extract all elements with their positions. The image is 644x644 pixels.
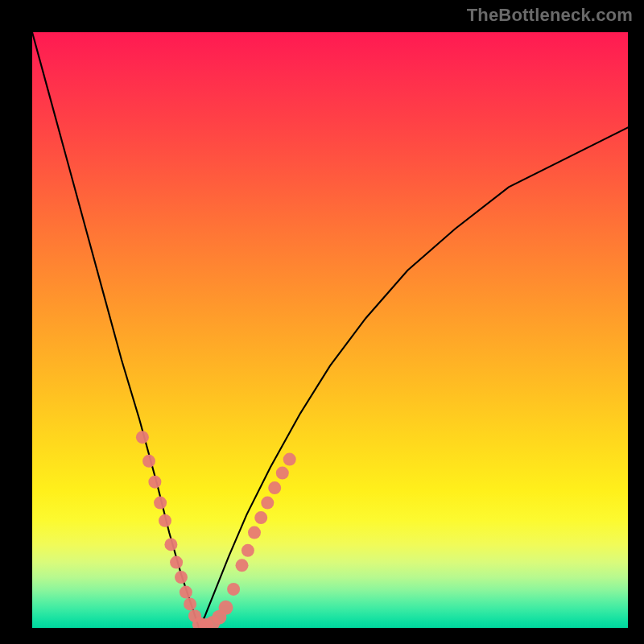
data-marker (180, 586, 192, 599)
data-marker (248, 526, 261, 539)
data-marker (227, 583, 240, 596)
data-marker (142, 455, 155, 468)
bottleneck-curve (32, 32, 628, 628)
data-marker (154, 497, 167, 510)
data-marker (261, 497, 274, 510)
data-marker (170, 556, 183, 569)
data-marker (254, 511, 267, 524)
data-marker (268, 481, 281, 494)
chart-frame: TheBottleneck.com (0, 0, 644, 644)
data-marker (219, 601, 233, 615)
data-marker (242, 544, 254, 557)
data-marker (276, 467, 289, 480)
data-marker (283, 453, 296, 466)
data-marker (236, 559, 249, 572)
data-marker (148, 476, 161, 489)
data-marker (184, 597, 196, 610)
plot-area (32, 32, 628, 628)
data-marker (164, 538, 177, 551)
data-marker (159, 514, 171, 527)
data-marker (136, 431, 149, 444)
watermark-text: TheBottleneck.com (467, 5, 633, 26)
data-marker (175, 571, 188, 584)
curve-layer (32, 32, 628, 628)
